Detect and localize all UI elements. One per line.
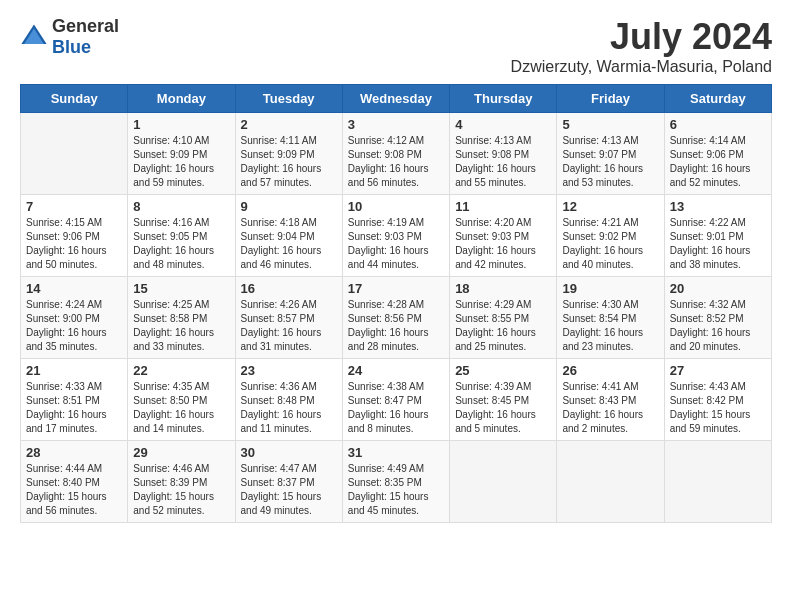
calendar-cell: 15Sunrise: 4:25 AMSunset: 8:58 PMDayligh…	[128, 277, 235, 359]
day-info: Sunrise: 4:39 AMSunset: 8:45 PMDaylight:…	[455, 380, 551, 436]
calendar-cell: 28Sunrise: 4:44 AMSunset: 8:40 PMDayligh…	[21, 441, 128, 523]
day-number: 28	[26, 445, 122, 460]
day-info: Sunrise: 4:16 AMSunset: 9:05 PMDaylight:…	[133, 216, 229, 272]
calendar-cell: 3Sunrise: 4:12 AMSunset: 9:08 PMDaylight…	[342, 113, 449, 195]
calendar-cell	[557, 441, 664, 523]
calendar-cell: 24Sunrise: 4:38 AMSunset: 8:47 PMDayligh…	[342, 359, 449, 441]
day-number: 29	[133, 445, 229, 460]
day-number: 27	[670, 363, 766, 378]
day-info: Sunrise: 4:32 AMSunset: 8:52 PMDaylight:…	[670, 298, 766, 354]
day-info: Sunrise: 4:13 AMSunset: 9:07 PMDaylight:…	[562, 134, 658, 190]
day-info: Sunrise: 4:18 AMSunset: 9:04 PMDaylight:…	[241, 216, 337, 272]
day-number: 24	[348, 363, 444, 378]
calendar-cell: 23Sunrise: 4:36 AMSunset: 8:48 PMDayligh…	[235, 359, 342, 441]
header: General Blue July 2024 Dzwierzuty, Warmi…	[20, 16, 772, 76]
day-number: 9	[241, 199, 337, 214]
day-number: 26	[562, 363, 658, 378]
calendar-cell: 19Sunrise: 4:30 AMSunset: 8:54 PMDayligh…	[557, 277, 664, 359]
day-info: Sunrise: 4:21 AMSunset: 9:02 PMDaylight:…	[562, 216, 658, 272]
day-number: 25	[455, 363, 551, 378]
calendar-cell	[21, 113, 128, 195]
day-info: Sunrise: 4:15 AMSunset: 9:06 PMDaylight:…	[26, 216, 122, 272]
day-number: 15	[133, 281, 229, 296]
day-info: Sunrise: 4:29 AMSunset: 8:55 PMDaylight:…	[455, 298, 551, 354]
day-number: 30	[241, 445, 337, 460]
day-number: 23	[241, 363, 337, 378]
day-info: Sunrise: 4:49 AMSunset: 8:35 PMDaylight:…	[348, 462, 444, 518]
day-number: 11	[455, 199, 551, 214]
day-number: 16	[241, 281, 337, 296]
calendar: SundayMondayTuesdayWednesdayThursdayFrid…	[20, 84, 772, 523]
day-info: Sunrise: 4:20 AMSunset: 9:03 PMDaylight:…	[455, 216, 551, 272]
calendar-cell: 21Sunrise: 4:33 AMSunset: 8:51 PMDayligh…	[21, 359, 128, 441]
day-number: 22	[133, 363, 229, 378]
day-number: 6	[670, 117, 766, 132]
day-number: 2	[241, 117, 337, 132]
calendar-cell: 10Sunrise: 4:19 AMSunset: 9:03 PMDayligh…	[342, 195, 449, 277]
calendar-cell	[664, 441, 771, 523]
day-number: 1	[133, 117, 229, 132]
weekday-header: SundayMondayTuesdayWednesdayThursdayFrid…	[21, 85, 772, 113]
logo-icon	[20, 23, 48, 51]
day-number: 8	[133, 199, 229, 214]
weekday-header-cell: Sunday	[21, 85, 128, 113]
logo-text-general: General	[52, 16, 119, 36]
day-number: 12	[562, 199, 658, 214]
calendar-week-row: 28Sunrise: 4:44 AMSunset: 8:40 PMDayligh…	[21, 441, 772, 523]
calendar-cell: 4Sunrise: 4:13 AMSunset: 9:08 PMDaylight…	[450, 113, 557, 195]
calendar-week-row: 7Sunrise: 4:15 AMSunset: 9:06 PMDaylight…	[21, 195, 772, 277]
calendar-body: 1Sunrise: 4:10 AMSunset: 9:09 PMDaylight…	[21, 113, 772, 523]
day-number: 10	[348, 199, 444, 214]
day-number: 7	[26, 199, 122, 214]
calendar-cell: 9Sunrise: 4:18 AMSunset: 9:04 PMDaylight…	[235, 195, 342, 277]
day-info: Sunrise: 4:19 AMSunset: 9:03 PMDaylight:…	[348, 216, 444, 272]
calendar-cell: 17Sunrise: 4:28 AMSunset: 8:56 PMDayligh…	[342, 277, 449, 359]
calendar-cell: 25Sunrise: 4:39 AMSunset: 8:45 PMDayligh…	[450, 359, 557, 441]
calendar-cell: 31Sunrise: 4:49 AMSunset: 8:35 PMDayligh…	[342, 441, 449, 523]
day-info: Sunrise: 4:38 AMSunset: 8:47 PMDaylight:…	[348, 380, 444, 436]
day-number: 31	[348, 445, 444, 460]
calendar-cell: 20Sunrise: 4:32 AMSunset: 8:52 PMDayligh…	[664, 277, 771, 359]
title-area: July 2024 Dzwierzuty, Warmia-Masuria, Po…	[511, 16, 772, 76]
day-info: Sunrise: 4:44 AMSunset: 8:40 PMDaylight:…	[26, 462, 122, 518]
calendar-cell: 16Sunrise: 4:26 AMSunset: 8:57 PMDayligh…	[235, 277, 342, 359]
day-number: 21	[26, 363, 122, 378]
logo: General Blue	[20, 16, 119, 58]
calendar-cell: 5Sunrise: 4:13 AMSunset: 9:07 PMDaylight…	[557, 113, 664, 195]
day-info: Sunrise: 4:30 AMSunset: 8:54 PMDaylight:…	[562, 298, 658, 354]
day-number: 20	[670, 281, 766, 296]
logo-text-blue: Blue	[52, 37, 91, 57]
calendar-week-row: 14Sunrise: 4:24 AMSunset: 9:00 PMDayligh…	[21, 277, 772, 359]
calendar-cell: 2Sunrise: 4:11 AMSunset: 9:09 PMDaylight…	[235, 113, 342, 195]
weekday-header-cell: Saturday	[664, 85, 771, 113]
day-number: 3	[348, 117, 444, 132]
weekday-header-cell: Tuesday	[235, 85, 342, 113]
calendar-cell	[450, 441, 557, 523]
calendar-cell: 11Sunrise: 4:20 AMSunset: 9:03 PMDayligh…	[450, 195, 557, 277]
weekday-header-cell: Thursday	[450, 85, 557, 113]
calendar-cell: 26Sunrise: 4:41 AMSunset: 8:43 PMDayligh…	[557, 359, 664, 441]
day-info: Sunrise: 4:22 AMSunset: 9:01 PMDaylight:…	[670, 216, 766, 272]
day-info: Sunrise: 4:28 AMSunset: 8:56 PMDaylight:…	[348, 298, 444, 354]
calendar-cell: 14Sunrise: 4:24 AMSunset: 9:00 PMDayligh…	[21, 277, 128, 359]
day-number: 4	[455, 117, 551, 132]
day-info: Sunrise: 4:43 AMSunset: 8:42 PMDaylight:…	[670, 380, 766, 436]
calendar-cell: 18Sunrise: 4:29 AMSunset: 8:55 PMDayligh…	[450, 277, 557, 359]
day-info: Sunrise: 4:24 AMSunset: 9:00 PMDaylight:…	[26, 298, 122, 354]
subtitle: Dzwierzuty, Warmia-Masuria, Poland	[511, 58, 772, 76]
calendar-cell: 30Sunrise: 4:47 AMSunset: 8:37 PMDayligh…	[235, 441, 342, 523]
day-info: Sunrise: 4:46 AMSunset: 8:39 PMDaylight:…	[133, 462, 229, 518]
day-info: Sunrise: 4:13 AMSunset: 9:08 PMDaylight:…	[455, 134, 551, 190]
day-info: Sunrise: 4:11 AMSunset: 9:09 PMDaylight:…	[241, 134, 337, 190]
calendar-cell: 1Sunrise: 4:10 AMSunset: 9:09 PMDaylight…	[128, 113, 235, 195]
calendar-cell: 8Sunrise: 4:16 AMSunset: 9:05 PMDaylight…	[128, 195, 235, 277]
calendar-cell: 22Sunrise: 4:35 AMSunset: 8:50 PMDayligh…	[128, 359, 235, 441]
calendar-cell: 12Sunrise: 4:21 AMSunset: 9:02 PMDayligh…	[557, 195, 664, 277]
weekday-header-cell: Friday	[557, 85, 664, 113]
day-number: 19	[562, 281, 658, 296]
weekday-header-cell: Monday	[128, 85, 235, 113]
calendar-cell: 7Sunrise: 4:15 AMSunset: 9:06 PMDaylight…	[21, 195, 128, 277]
day-number: 13	[670, 199, 766, 214]
day-number: 5	[562, 117, 658, 132]
calendar-cell: 29Sunrise: 4:46 AMSunset: 8:39 PMDayligh…	[128, 441, 235, 523]
